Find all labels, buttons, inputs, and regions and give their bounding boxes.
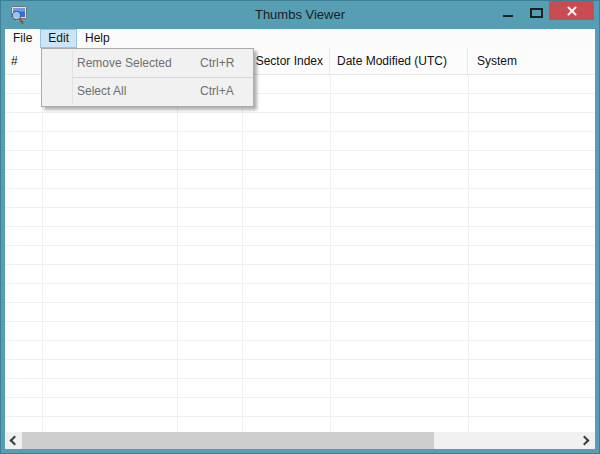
column-header-number[interactable]: # bbox=[5, 48, 42, 74]
menu-edit[interactable]: Edit bbox=[40, 29, 77, 48]
menu-item-label: Remove Selected bbox=[77, 56, 172, 70]
scroll-left-button[interactable] bbox=[5, 432, 22, 449]
menu-help[interactable]: Help bbox=[77, 29, 118, 48]
scrollbar-thumb[interactable] bbox=[22, 432, 434, 449]
edit-dropdown-menu: Remove Selected Ctrl+R Select All Ctrl+A bbox=[41, 48, 254, 107]
titlebar: Thumbs Viewer bbox=[1, 1, 599, 29]
app-window: Thumbs Viewer File Edit Help # Sector In… bbox=[0, 0, 600, 454]
chevron-right-icon bbox=[580, 436, 590, 446]
grid-line-vertical bbox=[177, 75, 178, 432]
column-header-date-modified[interactable]: Date Modified (UTC) bbox=[330, 48, 468, 74]
menu-separator bbox=[73, 77, 253, 78]
menu-item-label: Select All bbox=[77, 84, 126, 98]
minimize-button[interactable] bbox=[495, 4, 521, 25]
menu-item-remove-selected[interactable]: Remove Selected Ctrl+R bbox=[42, 51, 253, 76]
close-icon bbox=[549, 1, 594, 20]
grid-line-vertical bbox=[330, 75, 331, 432]
menubar: File Edit Help bbox=[5, 29, 595, 48]
maximize-icon bbox=[530, 8, 543, 18]
chevron-left-icon bbox=[10, 436, 20, 446]
column-header-sector-index[interactable]: Sector Index bbox=[242, 48, 330, 74]
horizontal-scrollbar[interactable] bbox=[5, 432, 595, 449]
grid-line-vertical bbox=[42, 75, 43, 432]
grid-line-vertical bbox=[242, 75, 243, 432]
grid-line-vertical bbox=[468, 75, 469, 432]
menu-item-shortcut: Ctrl+R bbox=[200, 51, 234, 76]
menu-item-select-all[interactable]: Select All Ctrl+A bbox=[42, 79, 253, 104]
menu-item-shortcut: Ctrl+A bbox=[200, 79, 234, 104]
close-button[interactable] bbox=[549, 1, 594, 20]
maximize-button[interactable] bbox=[523, 4, 549, 25]
minimize-icon bbox=[503, 15, 513, 17]
menu-file[interactable]: File bbox=[5, 29, 40, 48]
list-area[interactable] bbox=[5, 75, 595, 432]
scroll-right-button[interactable] bbox=[578, 432, 595, 449]
column-header-system[interactable]: System bbox=[468, 48, 595, 74]
